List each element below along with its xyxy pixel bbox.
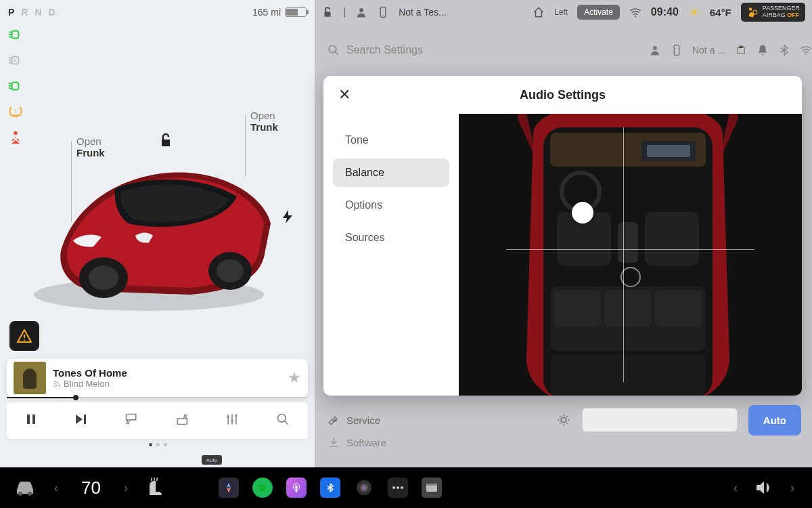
close-button[interactable]: ✕ — [338, 86, 351, 104]
fog-light-icon — [8, 79, 23, 93]
profile-icon[interactable] — [355, 6, 367, 18]
brightness-auto-button[interactable]: Auto — [748, 405, 801, 436]
gear-indicator: P R N D — [8, 7, 55, 18]
thumbs-up-button[interactable] — [175, 412, 189, 429]
svg-rect-27 — [674, 45, 679, 56]
wifi-icon[interactable] — [629, 6, 641, 18]
activate-button[interactable]: Activate — [577, 5, 620, 20]
podcasts-icon[interactable] — [286, 478, 307, 498]
favorite-button[interactable]: ★ — [288, 369, 301, 387]
svg-point-22 — [692, 10, 696, 14]
tab-sources[interactable]: Sources — [333, 224, 449, 252]
headlight-on-icon — [8, 27, 23, 42]
settings-item-service[interactable]: Service — [328, 414, 380, 426]
balance-fader-view[interactable] — [459, 114, 802, 396]
range-miles: 165 mi — [252, 7, 281, 18]
seat-heater-left[interactable] — [145, 476, 164, 499]
tab-tone[interactable]: Tone — [333, 126, 449, 154]
svg-point-52 — [397, 486, 399, 489]
bottom-bar: ‹ 70 › ‹ › — [0, 467, 812, 508]
audio-tabs: Tone Balance Options Sources — [323, 114, 459, 396]
brightness-slider[interactable] — [582, 408, 738, 432]
album-art — [14, 362, 46, 394]
svg-point-5 — [89, 266, 118, 290]
svg-rect-33 — [647, 145, 690, 157]
svg-rect-39 — [554, 290, 601, 327]
wifi-icon-2[interactable] — [800, 44, 812, 56]
media-progress[interactable] — [7, 397, 308, 400]
notifications-icon[interactable] — [757, 44, 769, 56]
svg-rect-17 — [325, 12, 331, 17]
wrench-icon — [328, 414, 340, 426]
svg-point-15 — [235, 415, 237, 417]
svg-point-26 — [653, 46, 657, 50]
cabin-temp[interactable]: 70 — [76, 478, 106, 499]
svg-rect-36 — [645, 212, 699, 266]
track-title: Tones Of Home — [53, 367, 288, 379]
clock: 09:40 — [651, 6, 679, 18]
search-icon — [328, 44, 340, 56]
svg-point-14 — [231, 420, 233, 422]
search-button[interactable] — [276, 412, 290, 429]
equalizer-button[interactable] — [225, 412, 239, 429]
svg-point-45 — [28, 492, 32, 496]
svg-point-8 — [24, 339, 25, 341]
phone-icon[interactable] — [377, 6, 389, 18]
audio-settings-modal: ✕ Audio Settings Tone Balance Options So… — [323, 76, 802, 396]
gear-n: N — [35, 7, 41, 18]
volume-icon[interactable] — [755, 480, 773, 495]
svg-point-43 — [561, 417, 566, 422]
balance-handle[interactable] — [572, 202, 593, 224]
thumbs-down-button[interactable] — [125, 412, 138, 429]
brightness-icon[interactable] — [556, 412, 571, 427]
sentry-icon[interactable] — [735, 44, 747, 56]
track-artist: Blind Melon — [53, 379, 288, 389]
car-icon[interactable] — [14, 479, 37, 496]
pause-button[interactable] — [25, 413, 37, 428]
svg-rect-41 — [655, 290, 702, 327]
camera-app-icon[interactable] — [354, 478, 374, 498]
bluetooth-icon-2[interactable] — [778, 44, 790, 56]
source-icon — [53, 380, 61, 388]
media-card[interactable]: Tones Of Home Blind Melon ★ — [7, 359, 308, 397]
homelink-icon[interactable] — [533, 6, 545, 18]
svg-point-7 — [217, 259, 244, 282]
download-icon — [328, 436, 340, 448]
svg-point-13 — [227, 416, 229, 418]
svg-point-53 — [401, 486, 403, 489]
profile-name[interactable]: Not a Tes... — [399, 7, 447, 18]
svg-rect-12 — [84, 415, 86, 424]
temp-down-button[interactable]: ‹ — [50, 481, 62, 495]
alerts-button[interactable] — [9, 321, 39, 351]
gear-p: P — [8, 7, 14, 18]
volume-up-button[interactable]: › — [786, 481, 798, 495]
media-controls — [7, 402, 308, 439]
phone-icon-2[interactable] — [671, 44, 683, 56]
gear-r: R — [21, 7, 28, 18]
crosshair-horizontal — [506, 249, 754, 250]
tab-options[interactable]: Options — [333, 191, 449, 219]
search-input[interactable]: Search Settings — [328, 44, 478, 56]
search-placeholder: Search Settings — [346, 44, 423, 56]
bluetooth-app-icon[interactable] — [320, 478, 340, 498]
more-apps-icon[interactable] — [388, 478, 408, 498]
profile-icon-2[interactable] — [649, 44, 661, 56]
svg-point-24 — [752, 10, 757, 14]
svg-rect-11 — [32, 415, 35, 424]
range-status: 165 mi — [252, 7, 307, 18]
svg-point-21 — [635, 16, 636, 17]
spotify-icon[interactable] — [252, 478, 273, 498]
temp-up-button[interactable]: › — [120, 481, 132, 495]
next-button[interactable] — [74, 413, 88, 428]
left-pane: P R N D 165 mi A ! Open Frunk Open Trunk — [0, 0, 315, 467]
volume-down-button[interactable]: ‹ — [729, 481, 742, 495]
settings-item-software[interactable]: Software — [328, 436, 386, 448]
page-dots — [149, 443, 167, 446]
svg-point-23 — [748, 7, 752, 11]
lock-icon[interactable] — [321, 6, 334, 18]
svg-rect-42 — [550, 354, 706, 395]
dashcam-icon[interactable] — [422, 478, 442, 498]
tab-balance[interactable]: Balance — [333, 158, 449, 187]
sun-icon — [688, 6, 700, 18]
nav-app-icon[interactable] — [219, 478, 239, 498]
